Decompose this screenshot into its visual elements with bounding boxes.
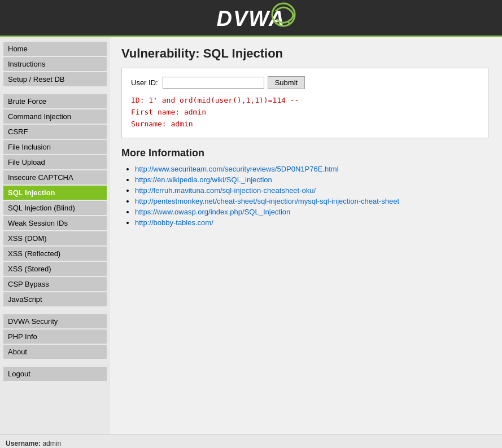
page-wrapper: Home Instructions Setup / Reset DB Brute…: [0, 37, 502, 434]
more-info-link-0[interactable]: http://www.securiteam.com/securityreview…: [135, 165, 339, 173]
sidebar-admin-section: DVWA Security PHP Info About: [3, 314, 107, 359]
result-output: ID: 1' and ord(mid(user(),1,1))=114 -- F…: [131, 95, 479, 130]
sidebar-item-javascript[interactable]: JavaScript: [3, 292, 107, 306]
sidebar-logout-section: Logout: [3, 367, 107, 381]
more-info-link-2[interactable]: http://ferruh.mavituna.com/sql-injection…: [135, 186, 316, 195]
list-item: https://www.owasp.org/index.php/SQL_Inje…: [135, 208, 491, 216]
sidebar-item-sql-injection-blind[interactable]: SQL Injection (Blind): [3, 201, 107, 215]
sidebar-item-logout[interactable]: Logout: [3, 367, 107, 381]
list-item: http://pentestmonkey.net/cheat-sheet/sql…: [135, 197, 491, 205]
sidebar-item-instructions[interactable]: Instructions: [3, 57, 107, 71]
sidebar-item-command-injection[interactable]: Command Injection: [3, 109, 107, 124]
more-info-link-3[interactable]: http://pentestmonkey.net/cheat-sheet/sql…: [135, 197, 399, 205]
more-info-link-5[interactable]: http://bobby-tables.com/: [135, 218, 213, 227]
submit-button[interactable]: Submit: [268, 76, 305, 89]
result-line-1: ID: 1' and ord(mid(user(),1,1))=114 --: [131, 95, 479, 107]
more-info-heading: More Information: [121, 147, 491, 159]
footer: Username: admin Security Level: low PHPI…: [0, 434, 502, 448]
list-item: http://ferruh.mavituna.com/sql-injection…: [135, 186, 491, 195]
user-id-row: User ID: Submit: [131, 76, 479, 89]
list-item: https://en.wikipedia.org/wiki/SQL_inject…: [135, 175, 491, 184]
logo-swirl-icon: [271, 2, 296, 27]
sidebar-item-weak-session-ids[interactable]: Weak Session IDs: [3, 216, 107, 230]
logo-text: DV: [216, 7, 248, 30]
result-line-2: First name: admin: [131, 107, 479, 118]
sidebar-item-xss-dom[interactable]: XSS (DOM): [3, 231, 107, 245]
dvwa-logo: DVWA: [216, 7, 285, 31]
username-label: Username:: [6, 440, 41, 447]
username-value: admin: [42, 440, 61, 447]
sidebar-vuln-section: Brute Force Command Injection CSRF File …: [3, 94, 107, 306]
result-line-3: Surname: admin: [131, 118, 479, 130]
list-item: http://bobby-tables.com/: [135, 218, 491, 227]
page-title: Vulnerability: SQL Injection: [121, 46, 491, 61]
sidebar-item-php-info[interactable]: PHP Info: [3, 330, 107, 344]
more-info-link-1[interactable]: https://en.wikipedia.org/wiki/SQL_inject…: [135, 175, 272, 184]
more-info-links-list: http://www.securiteam.com/securityreview…: [121, 165, 491, 227]
sidebar-item-xss-stored[interactable]: XSS (Stored): [3, 262, 107, 276]
sidebar-divider-1: [3, 90, 107, 94]
sidebar-item-csrf[interactable]: CSRF: [3, 125, 107, 139]
user-id-label: User ID:: [131, 78, 158, 87]
sidebar-item-brute-force[interactable]: Brute Force: [3, 94, 107, 108]
sidebar-item-insecure-captcha[interactable]: Insecure CAPTCHA: [3, 170, 107, 185]
sidebar-item-file-inclusion[interactable]: File Inclusion: [3, 140, 107, 154]
user-id-input[interactable]: [163, 77, 264, 89]
sidebar-item-file-upload[interactable]: File Upload: [3, 155, 107, 169]
list-item: http://www.securiteam.com/securityreview…: [135, 165, 491, 173]
sidebar: Home Instructions Setup / Reset DB Brute…: [0, 37, 110, 434]
sidebar-item-home[interactable]: Home: [3, 42, 107, 56]
sidebar-item-xss-reflected[interactable]: XSS (Reflected): [3, 247, 107, 261]
sidebar-item-dvwa-security[interactable]: DVWA Security: [3, 314, 107, 328]
footer-info: Username: admin Security Level: low PHPI…: [6, 438, 66, 448]
sidebar-item-sql-injection[interactable]: SQL Injection: [3, 186, 107, 200]
logo-container: DVWA: [0, 7, 502, 31]
sidebar-divider-2: [3, 310, 107, 314]
sidebar-divider-3: [3, 362, 107, 367]
more-info-section: More Information http://www.securiteam.c…: [121, 147, 491, 227]
sidebar-top-section: Home Instructions Setup / Reset DB: [3, 42, 107, 86]
sidebar-item-csp-bypass[interactable]: CSP Bypass: [3, 277, 107, 291]
sidebar-item-about[interactable]: About: [3, 345, 107, 359]
header: DVWA: [0, 0, 502, 37]
main-content: Vulnerability: SQL Injection User ID: Su…: [110, 37, 502, 434]
sidebar-item-setup[interactable]: Setup / Reset DB: [3, 72, 107, 86]
more-info-link-4[interactable]: https://www.owasp.org/index.php/SQL_Inje…: [135, 208, 290, 216]
vulnerability-form-box: User ID: Submit ID: 1' and ord(mid(user(…: [121, 68, 488, 138]
